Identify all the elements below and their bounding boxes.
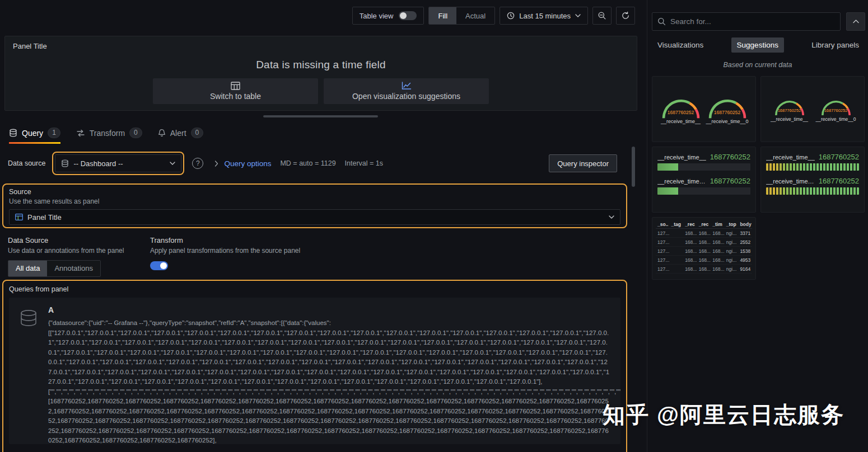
- based-on-current-data-label: Based on current data: [647, 61, 868, 69]
- sidebar-tabs: Visualizations Suggestions Library panel…: [652, 37, 865, 53]
- table-row: 127...168...168...168...ngi...9164: [656, 265, 752, 274]
- bargauge-value: 1687760252: [819, 177, 859, 185]
- table-row: 127...168...168...168...ngi...1538: [656, 247, 752, 256]
- datasource-picker[interactable]: -- Dashboard --: [55, 154, 181, 172]
- tab-transform-label: Transform: [90, 129, 125, 138]
- bargauge-row: __receive_time__0 1687760252: [766, 177, 859, 195]
- gauge-panel: 1687760252 __receive_time__: [657, 95, 704, 124]
- tab-query[interactable]: Query 1: [9, 128, 60, 144]
- gauge-value: 1687760252: [813, 108, 859, 113]
- source-panel-picker[interactable]: Panel Title: [9, 209, 620, 225]
- fill-button[interactable]: Fill: [429, 7, 456, 24]
- zoom-out-button[interactable]: [592, 7, 612, 25]
- bargauge-value: 1687760252: [710, 177, 750, 185]
- tab-alert[interactable]: Alert 0: [158, 128, 203, 144]
- table-preview: _so.. _tag _rec _rec _tim _top body 127.…: [656, 220, 752, 274]
- sidebar-collapse-button[interactable]: [846, 12, 865, 31]
- suggestion-card-table[interactable]: _so.. _tag _rec _rec _tim _top body 127.…: [652, 217, 756, 280]
- data-source-radio-group: All data Annotations: [8, 260, 101, 277]
- bargauge-row: __receive_time__ 1687760252: [766, 153, 859, 171]
- suggestion-cards: 1687760252 __receive_time__ 1687760252 _…: [652, 76, 865, 280]
- bargauge-value: 1687760252: [819, 153, 859, 161]
- panel-actions: Switch to table Open visualization sugge…: [5, 78, 637, 104]
- tab-library-panels[interactable]: Library panels: [806, 37, 865, 53]
- gauge-label: __receive_time__: [657, 119, 704, 124]
- suggestion-card-gauge-small[interactable]: 1687760252 __receive_time__ 1687760252 _…: [760, 76, 865, 142]
- chevron-down-icon: [609, 215, 614, 219]
- bargauge-label: __receive_time__: [766, 154, 815, 161]
- gauge-arc-icon: [658, 95, 704, 120]
- data-source-title: Data Source: [8, 236, 150, 244]
- query-json-line: ["","","","","","","","","","","","","",…: [48, 387, 612, 397]
- radio-annotations[interactable]: Annotations: [47, 261, 100, 276]
- tab-transform[interactable]: Transform 0: [76, 128, 142, 144]
- radio-all-data[interactable]: All data: [8, 261, 47, 276]
- table-header-cell: body: [738, 220, 752, 229]
- database-icon: [9, 129, 17, 137]
- gauge-arc-icon: [818, 97, 854, 117]
- clock-icon: [507, 12, 515, 20]
- query-content: A {"datasource":{"uid":"-- Grafana --"},…: [48, 305, 614, 444]
- bargauge-label: __receive_time__: [657, 154, 706, 161]
- sidebar-search-row: [647, 0, 868, 31]
- transform-title: Transform: [150, 236, 300, 244]
- table-view-toggle[interactable]: [399, 11, 417, 20]
- editor-tabs: Query 1 Transform 0 Alert 0: [9, 128, 203, 144]
- gauge-label: __receive_time__0: [704, 119, 750, 124]
- chevron-up-icon: [853, 20, 859, 23]
- table-header-cell: _top: [725, 220, 739, 229]
- panel-resize-handle[interactable]: [263, 115, 378, 117]
- database-icon: [61, 159, 69, 167]
- query-inspector-button[interactable]: Query inspector: [549, 154, 617, 172]
- datasource-row: Data source -- Dashboard -- ? Query op: [0, 151, 633, 176]
- transform-subtitle: Apply panel transformations from the sou…: [150, 247, 300, 255]
- switch-to-table-button[interactable]: Switch to table: [153, 78, 318, 104]
- bargauge-row: __receive_time__ 1687760252: [657, 153, 750, 171]
- gauge-pair: 1687760252 __receive_time__ 1687760252 _…: [657, 82, 750, 136]
- table-row: 127...168...168...168...ngi...4953: [656, 256, 752, 265]
- options-sidebar: Visualizations Suggestions Library panel…: [647, 0, 868, 452]
- bargauge-fill: [657, 163, 678, 171]
- refresh-button[interactable]: [616, 7, 635, 25]
- visualization-panel: Panel Title Data is missing a time field…: [4, 36, 637, 111]
- panel-title: Panel Title: [13, 42, 47, 50]
- query-ref-id: A: [48, 305, 612, 314]
- gauge-panel: 1687760252 __receive_time__0: [704, 95, 750, 124]
- search-icon: [657, 17, 666, 26]
- bargauge-bar: [657, 163, 750, 171]
- tab-query-label: Query: [22, 129, 43, 138]
- time-range-picker[interactable]: Last 15 minutes: [500, 7, 588, 25]
- queries-from-panel-title: Queries from panel: [9, 285, 620, 293]
- open-suggestions-button[interactable]: Open visualization suggestions: [324, 78, 489, 104]
- time-range-label: Last 15 minutes: [519, 12, 571, 20]
- gauge-panel: 1687760252 __receive_time__: [766, 97, 813, 122]
- gauge-label: __receive_time__0: [813, 116, 859, 122]
- search-input[interactable]: [670, 17, 835, 26]
- switch-to-table-label: Switch to table: [210, 92, 261, 101]
- transform-toggle[interactable]: [150, 261, 168, 270]
- suggestion-card-bargauge-lcd[interactable]: __receive_time__ 1687760252 __receive_ti…: [760, 147, 865, 213]
- database-stack-icon: [18, 309, 48, 328]
- help-icon[interactable]: ?: [192, 158, 203, 169]
- chevron-down-icon: [170, 162, 175, 165]
- tab-suggestions[interactable]: Suggestions: [731, 37, 784, 53]
- datasource-value: -- Dashboard --: [73, 159, 123, 168]
- toggle-knob: [400, 12, 407, 19]
- table-grid-icon: [231, 82, 240, 90]
- scrollbar-thumb[interactable]: [632, 147, 635, 187]
- bargauge-label: __receive_time__0: [766, 178, 815, 185]
- table-header-cell: _tim: [711, 220, 725, 229]
- tab-visualizations[interactable]: Visualizations: [652, 37, 709, 53]
- suggestion-card-bargauge[interactable]: __receive_time__ 1687760252 __receive_ti…: [652, 147, 756, 213]
- panel-editor-topbar: Table view Fill Actual Last 15 minutes: [0, 0, 642, 31]
- tab-alert-count: 0: [191, 128, 204, 138]
- interval-text: Interval = 1s: [345, 159, 383, 167]
- suggestion-card-gauge[interactable]: 1687760252 __receive_time__ 1687760252 _…: [652, 76, 756, 142]
- table-header-cell: _tag: [670, 220, 684, 229]
- line-chart-icon: [402, 82, 412, 90]
- panel-grid-icon: [15, 214, 23, 220]
- query-icon-column: [16, 305, 48, 444]
- actual-button[interactable]: Actual: [456, 7, 494, 24]
- query-options-link[interactable]: Query options: [224, 159, 271, 168]
- grafana-panel-editor: Table view Fill Actual Last 15 minutes: [0, 0, 868, 452]
